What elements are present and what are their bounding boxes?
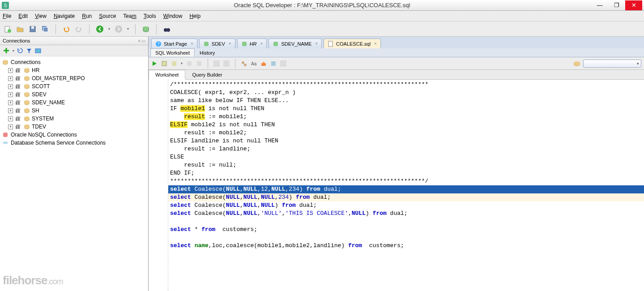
menu-navigate[interactable]: Navigate — [54, 13, 75, 19]
svg-rect-19 — [18, 77, 20, 81]
file-tab-label: COALESCE.sql — [336, 41, 371, 47]
connection-item[interactable]: +SH — [8, 107, 146, 115]
menu-run[interactable]: Run — [82, 13, 92, 19]
tab-query-builder[interactable]: Query Builder — [185, 70, 229, 79]
close-tab-icon[interactable]: × — [229, 41, 231, 46]
connection-label: SCOTT — [32, 83, 50, 90]
menu-help[interactable]: Help — [189, 13, 200, 19]
connection-label: SYSTEM — [32, 116, 54, 122]
format-icon[interactable] — [280, 60, 286, 67]
tab-sql-worksheet[interactable]: SQL Worksheet — [150, 48, 195, 57]
connection-item[interactable]: +SYSTEM — [8, 115, 146, 123]
back-icon[interactable] — [96, 25, 104, 33]
tab-history[interactable]: History — [195, 48, 220, 57]
schema-service-label: Database Schema Service Connections — [11, 140, 106, 146]
explain-plan-icon[interactable] — [171, 60, 177, 67]
svg-rect-30 — [16, 110, 17, 113]
svg-text:Aa: Aa — [251, 61, 257, 66]
menu-file[interactable]: File — [3, 13, 11, 19]
svg-point-12 — [166, 28, 170, 32]
autotrace-icon[interactable] — [186, 60, 192, 67]
svg-rect-37 — [18, 126, 20, 129]
undo-icon[interactable] — [62, 25, 70, 33]
rollback-icon[interactable] — [223, 60, 230, 67]
connection-item[interactable]: +SDEV_NAME — [8, 98, 146, 107]
tab-worksheet[interactable]: Worksheet — [149, 70, 185, 80]
close-tab-icon[interactable]: × — [315, 41, 318, 46]
svg-point-8 — [96, 26, 103, 33]
file-tab[interactable]: HR× — [237, 39, 267, 48]
close-tab-icon[interactable]: × — [374, 41, 377, 46]
file-tab[interactable]: SDEV× — [199, 39, 235, 48]
svg-rect-56 — [261, 63, 266, 66]
connection-item[interactable]: +SDEV — [8, 90, 146, 98]
run-icon[interactable] — [151, 60, 158, 67]
code-area[interactable]: /***************************************… — [168, 80, 644, 291]
menubar: File Edit View Navigate Run Source Team … — [0, 11, 644, 21]
minimize-button[interactable]: — — [591, 0, 608, 10]
save-all-icon[interactable] — [41, 25, 49, 33]
unshared-icon[interactable] — [241, 60, 247, 67]
main-toolbar: ▾ ▾ — [0, 21, 644, 37]
close-tab-icon[interactable]: × — [191, 41, 193, 46]
sql-icon[interactable] — [142, 25, 150, 33]
tns-icon[interactable] — [35, 47, 41, 54]
code-editor[interactable]: /***************************************… — [149, 80, 644, 291]
svg-point-53 — [242, 61, 244, 64]
menu-window[interactable]: Window — [163, 13, 183, 19]
file-tab[interactable]: COALESCE.sql× — [324, 39, 381, 48]
commit-icon[interactable] — [213, 60, 220, 67]
run-script-icon[interactable] — [161, 60, 167, 67]
file-tab[interactable]: SDEV_NAME× — [269, 39, 322, 48]
menu-source[interactable]: Source — [99, 13, 116, 19]
svg-rect-52 — [223, 60, 230, 67]
forward-icon[interactable] — [115, 25, 123, 33]
new-icon[interactable] — [4, 25, 12, 33]
menu-team[interactable]: Team — [123, 13, 136, 19]
editor-gutter — [149, 80, 168, 291]
file-tab[interactable]: ?Start Page× — [151, 39, 197, 48]
panel-dock-icon[interactable]: ▭ — [141, 39, 145, 43]
connection-dropdown[interactable]: ▾ — [583, 60, 641, 68]
worksheet-tabstrip: Worksheet Query Builder — [149, 70, 644, 80]
svg-rect-27 — [16, 102, 17, 105]
sql-tuning-icon[interactable] — [196, 60, 202, 67]
case-icon[interactable]: Aa — [251, 60, 257, 67]
schema-service-connections[interactable]: Database Schema Service Connections — [2, 139, 146, 147]
connection-item[interactable]: +TDEV — [8, 123, 146, 131]
svg-rect-5 — [31, 26, 34, 29]
maximize-button[interactable]: ❐ — [608, 0, 625, 10]
editor-toolbar: ▾ Aa ▾ — [149, 57, 644, 70]
filter-icon[interactable] — [26, 47, 32, 54]
svg-rect-48 — [172, 61, 176, 66]
file-tab-label: HR — [250, 41, 257, 47]
clear-icon[interactable] — [260, 60, 267, 67]
nosql-connections[interactable]: Oracle NoSQL Connections — [2, 131, 146, 139]
db-icon — [573, 60, 580, 67]
save-icon[interactable] — [29, 25, 37, 33]
menu-view[interactable]: View — [35, 13, 47, 19]
new-connection-icon[interactable] — [3, 47, 10, 54]
nosql-label: Oracle NoSQL Connections — [11, 132, 77, 138]
redo-icon[interactable] — [75, 25, 83, 33]
binoculars-icon[interactable] — [163, 25, 171, 33]
connections-toolbar: ▾ — [0, 45, 148, 56]
connections-root[interactable]: Connections — [2, 58, 146, 66]
menu-tools[interactable]: Tools — [144, 13, 156, 19]
close-button[interactable]: ✕ — [625, 0, 642, 10]
close-tab-icon[interactable]: × — [260, 41, 263, 46]
open-icon[interactable] — [16, 25, 24, 33]
svg-point-3 — [8, 29, 11, 33]
file-tab-label: SDEV — [212, 41, 225, 47]
connection-item[interactable]: +SCOTT — [8, 82, 146, 90]
file-tab-label: Start Page — [164, 41, 187, 47]
menu-edit[interactable]: Edit — [18, 13, 28, 19]
refresh-icon[interactable] — [17, 47, 23, 54]
connection-item[interactable]: +HR — [8, 66, 146, 74]
svg-point-54 — [244, 64, 247, 66]
panel-minimize-icon[interactable]: × — [138, 39, 141, 43]
connection-label: HR — [32, 67, 39, 73]
svg-rect-25 — [18, 94, 20, 97]
connection-item[interactable]: +ODI_MASTER_REPO — [8, 74, 146, 82]
sql-history-icon[interactable] — [270, 60, 277, 67]
